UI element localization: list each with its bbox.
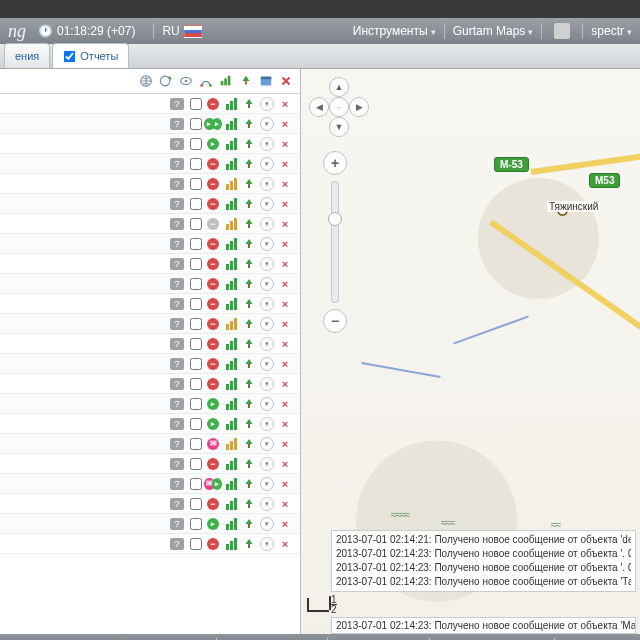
- row-checkbox[interactable]: [190, 258, 202, 270]
- pan-down-button[interactable]: ▼: [329, 117, 349, 137]
- info-icon[interactable]: ?: [170, 458, 184, 470]
- delete-button[interactable]: ×: [282, 158, 288, 170]
- row-menu-button[interactable]: [260, 537, 274, 551]
- row-menu-button[interactable]: [260, 297, 274, 311]
- delete-button[interactable]: ×: [282, 438, 288, 450]
- row-checkbox[interactable]: [190, 378, 202, 390]
- info-icon[interactable]: ?: [170, 398, 184, 410]
- delete-button[interactable]: ×: [282, 98, 288, 110]
- zoom-slider-track[interactable]: [331, 181, 339, 303]
- row-menu-button[interactable]: [260, 237, 274, 251]
- delete-button[interactable]: ×: [282, 358, 288, 370]
- delete-button[interactable]: ×: [282, 258, 288, 270]
- row-checkbox[interactable]: [190, 178, 202, 190]
- row-checkbox[interactable]: [190, 418, 202, 430]
- unit-row[interactable]: ?×: [0, 214, 300, 234]
- col-close-icon[interactable]: [278, 73, 294, 89]
- row-menu-button[interactable]: [260, 337, 274, 351]
- row-menu-button[interactable]: [260, 477, 274, 491]
- tab-reports[interactable]: Отчеты: [52, 43, 129, 68]
- row-menu-button[interactable]: [260, 177, 274, 191]
- delete-button[interactable]: ×: [282, 498, 288, 510]
- row-menu-button[interactable]: [260, 417, 274, 431]
- col-globe2-icon[interactable]: [158, 73, 174, 89]
- row-menu-button[interactable]: [260, 117, 274, 131]
- info-icon[interactable]: ?: [170, 358, 184, 370]
- row-menu-button[interactable]: [260, 137, 274, 151]
- row-checkbox[interactable]: [190, 478, 202, 490]
- delete-button[interactable]: ×: [282, 178, 288, 190]
- unit-row[interactable]: ?×: [0, 134, 300, 154]
- pan-center-button[interactable]: ·: [329, 97, 349, 117]
- zoom-in-button[interactable]: +: [323, 151, 347, 175]
- row-checkbox[interactable]: [190, 98, 202, 110]
- info-icon[interactable]: ?: [170, 498, 184, 510]
- delete-button[interactable]: ×: [282, 338, 288, 350]
- info-icon[interactable]: ?: [170, 178, 184, 190]
- row-menu-button[interactable]: [260, 357, 274, 371]
- row-menu-button[interactable]: [260, 437, 274, 451]
- unit-row[interactable]: ?×: [0, 94, 300, 114]
- unit-row[interactable]: ?×: [0, 474, 300, 494]
- info-icon[interactable]: ?: [170, 518, 184, 530]
- user-menu[interactable]: spectr: [591, 24, 632, 38]
- delete-button[interactable]: ×: [282, 118, 288, 130]
- row-menu-button[interactable]: [260, 217, 274, 231]
- unit-row[interactable]: ?×: [0, 314, 300, 334]
- tab-messages[interactable]: ения: [4, 43, 50, 68]
- unit-row[interactable]: ?×: [0, 454, 300, 474]
- info-icon[interactable]: ?: [170, 338, 184, 350]
- row-menu-button[interactable]: [260, 497, 274, 511]
- row-checkbox[interactable]: [190, 398, 202, 410]
- info-icon[interactable]: ?: [170, 418, 184, 430]
- row-menu-button[interactable]: [260, 317, 274, 331]
- row-checkbox[interactable]: [190, 218, 202, 230]
- pan-up-button[interactable]: ▲: [329, 77, 349, 97]
- row-checkbox[interactable]: [190, 138, 202, 150]
- info-icon[interactable]: ?: [170, 378, 184, 390]
- unit-row[interactable]: ?×: [0, 354, 300, 374]
- row-menu-button[interactable]: [260, 397, 274, 411]
- delete-button[interactable]: ×: [282, 538, 288, 550]
- unit-row[interactable]: ?×: [0, 154, 300, 174]
- unit-row[interactable]: ?×: [0, 114, 300, 134]
- unit-row[interactable]: ?×: [0, 334, 300, 354]
- pan-left-button[interactable]: ◀: [309, 97, 329, 117]
- row-checkbox[interactable]: [190, 238, 202, 250]
- row-checkbox[interactable]: [190, 338, 202, 350]
- info-icon[interactable]: ?: [170, 218, 184, 230]
- delete-button[interactable]: ×: [282, 238, 288, 250]
- delete-button[interactable]: ×: [282, 318, 288, 330]
- info-icon[interactable]: ?: [170, 98, 184, 110]
- info-icon[interactable]: ?: [170, 198, 184, 210]
- info-icon[interactable]: ?: [170, 238, 184, 250]
- row-menu-button[interactable]: [260, 457, 274, 471]
- unit-row[interactable]: ?×: [0, 414, 300, 434]
- delete-button[interactable]: ×: [282, 378, 288, 390]
- info-icon[interactable]: ?: [170, 118, 184, 130]
- row-menu-button[interactable]: [260, 97, 274, 111]
- col-tree-icon[interactable]: [238, 73, 254, 89]
- row-menu-button[interactable]: [260, 377, 274, 391]
- delete-button[interactable]: ×: [282, 518, 288, 530]
- unit-row[interactable]: ?×: [0, 434, 300, 454]
- row-checkbox[interactable]: [190, 438, 202, 450]
- unit-row[interactable]: ?×: [0, 374, 300, 394]
- unit-row[interactable]: ?×: [0, 394, 300, 414]
- info-icon[interactable]: ?: [170, 538, 184, 550]
- col-bars-icon[interactable]: [218, 73, 234, 89]
- unit-row[interactable]: ?×: [0, 174, 300, 194]
- info-icon[interactable]: ?: [170, 138, 184, 150]
- unit-row[interactable]: ?×: [0, 194, 300, 214]
- col-cal-icon[interactable]: [258, 73, 274, 89]
- info-icon[interactable]: ?: [170, 258, 184, 270]
- col-globe-icon[interactable]: [138, 73, 154, 89]
- col-eye-icon[interactable]: [178, 73, 194, 89]
- col-track-icon[interactable]: [198, 73, 214, 89]
- maps-dropdown[interactable]: Gurtam Maps: [453, 24, 534, 38]
- row-checkbox[interactable]: [190, 278, 202, 290]
- row-menu-button[interactable]: [260, 197, 274, 211]
- row-checkbox[interactable]: [190, 518, 202, 530]
- row-checkbox[interactable]: [190, 118, 202, 130]
- delete-button[interactable]: ×: [282, 458, 288, 470]
